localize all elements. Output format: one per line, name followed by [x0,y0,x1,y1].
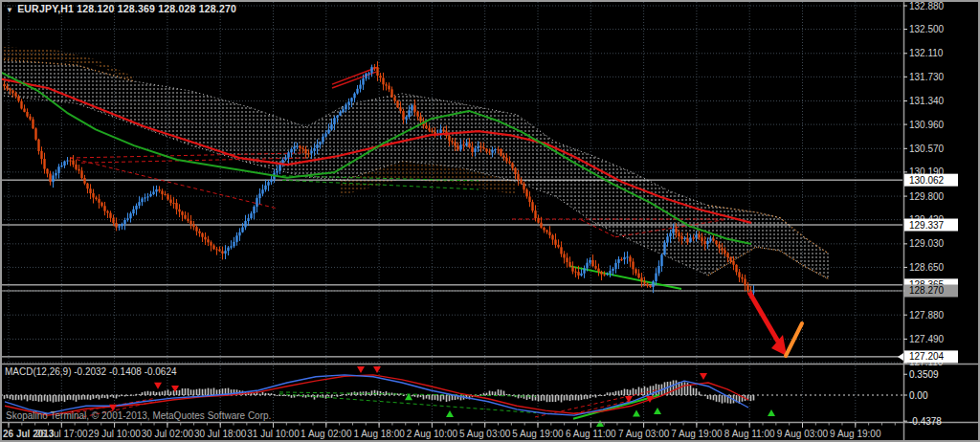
svg-text:30 Jul 18:00: 30 Jul 18:00 [194,429,247,439]
svg-text:130.570: 130.570 [909,144,945,154]
svg-text:-0.4378: -0.4378 [909,416,942,427]
svg-text:5 Aug 19:00: 5 Aug 19:00 [512,429,564,439]
svg-text:131.340: 131.340 [909,96,945,106]
svg-text:5 Aug 03:00: 5 Aug 03:00 [459,429,511,439]
svg-text:29 Jul 10:00: 29 Jul 10:00 [88,429,141,439]
svg-text:132.110: 132.110 [909,48,944,58]
svg-text:1 Aug 02:00: 1 Aug 02:00 [301,429,352,439]
time-axis[interactable]: 26 Jul 201326 Jul 17:0029 Jul 10:0030 Ju… [3,423,895,439]
svg-text:1 Aug 18:00: 1 Aug 18:00 [353,429,405,439]
svg-text:130.960: 130.960 [909,120,945,130]
svg-text:8 Aug 11:00: 8 Aug 11:00 [724,429,775,439]
sell-signal-arrow[interactable] [749,293,802,356]
terminal-copyright: Skopalino Terminal, © 2001-2013, MetaQuo… [6,410,271,421]
svg-text:7 Aug 03:00: 7 Aug 03:00 [618,429,670,439]
svg-text:31 Jul 10:00: 31 Jul 10:00 [247,429,300,439]
svg-text:128.270: 128.270 [909,285,945,296]
macd-indicator-label: MACD(12,26,9) -0.2032 -0.1408 -0.0624 [5,366,177,377]
svg-text:0.3509: 0.3509 [909,369,939,380]
svg-text:129.337: 129.337 [909,220,945,231]
svg-text:130.062: 130.062 [909,175,945,186]
chart-title-bar: ▼EURJPY,H1 128.120 128.369 128.028 128.2… [6,3,236,14]
svg-text:7 Aug 19:00: 7 Aug 19:00 [671,429,723,439]
svg-text:127.490: 127.490 [909,334,945,344]
svg-text:132.880: 132.880 [909,1,945,11]
svg-text:128.650: 128.650 [909,262,945,273]
svg-text:129.800: 129.800 [909,191,945,202]
svg-text:127.204: 127.204 [909,351,945,362]
svg-text:127.880: 127.880 [909,310,945,320]
price-axis[interactable]: 132.880132.500132.110131.730131.340130.9… [898,1,958,427]
macd-values: -0.2032 -0.1408 -0.0624 [74,366,176,377]
symbol-dropdown-icon[interactable]: ▼ [6,6,13,14]
svg-text:6 Aug 11:00: 6 Aug 11:00 [566,429,616,439]
svg-text:9 Aug 19:00: 9 Aug 19:00 [830,429,881,439]
svg-text:132.500: 132.500 [909,24,945,34]
macd-name: MACD(12,26,9) [5,366,71,377]
chart-window: 132.880132.500132.110131.730131.340130.9… [0,0,980,442]
svg-text:129.030: 129.030 [909,238,945,249]
ohlc-values: 128.120 128.369 128.028 128.270 [77,3,236,14]
svg-text:9 Aug 03:00: 9 Aug 03:00 [777,429,829,439]
svg-text:30 Jul 02:00: 30 Jul 02:00 [142,429,194,439]
symbol-timeframe-label: EURJPY,H1 [17,3,74,14]
svg-text:131.730: 131.730 [909,72,945,82]
svg-text:0.00: 0.00 [909,390,928,401]
svg-text:2 Aug 10:00: 2 Aug 10:00 [407,429,458,439]
svg-text:26 Jul 17:00: 26 Jul 17:00 [35,429,88,439]
